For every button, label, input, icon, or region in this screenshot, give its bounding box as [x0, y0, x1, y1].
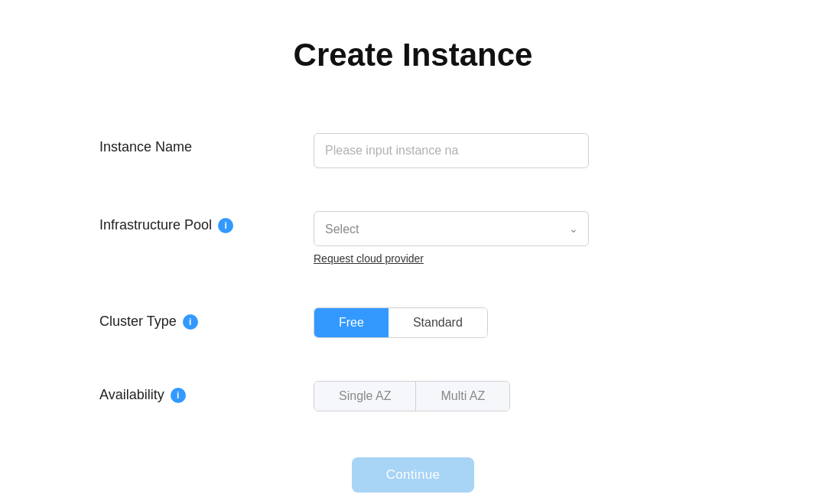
- continue-row: Continue: [99, 433, 727, 493]
- availability-single-az-button[interactable]: Single AZ: [314, 382, 415, 411]
- infrastructure-pool-label: Infrastructure Pool: [99, 217, 212, 233]
- infrastructure-pool-label-col: Infrastructure Pool i: [99, 211, 314, 233]
- create-instance-form: Instance Name Infrastructure Pool i Sele…: [99, 112, 727, 493]
- availability-label-col: Availability i: [99, 381, 314, 403]
- cluster-type-standard-button[interactable]: Standard: [389, 308, 487, 337]
- instance-name-row: Instance Name: [99, 112, 727, 190]
- availability-control-col: Single AZ Multi AZ: [314, 381, 727, 411]
- continue-button[interactable]: Continue: [352, 457, 474, 493]
- infrastructure-pool-select-wrapper: Select ⌄: [314, 211, 589, 246]
- availability-label: Availability: [99, 387, 164, 403]
- infrastructure-pool-info-icon[interactable]: i: [218, 218, 233, 233]
- cluster-type-toggle-group: Free Standard: [314, 307, 488, 338]
- availability-multi-az-button[interactable]: Multi AZ: [415, 382, 509, 411]
- availability-row: Availability i Single AZ Multi AZ: [99, 359, 727, 433]
- instance-name-input[interactable]: [314, 133, 589, 168]
- cluster-type-info-icon[interactable]: i: [183, 314, 198, 330]
- cluster-type-label: Cluster Type: [99, 314, 177, 330]
- page-container: Create Instance Instance Name Infrastruc…: [69, 0, 757, 504]
- instance-name-control-col: [314, 133, 727, 168]
- availability-toggle-group: Single AZ Multi AZ: [314, 381, 510, 411]
- cluster-type-row: Cluster Type i Free Standard: [99, 286, 727, 359]
- cluster-type-free-button[interactable]: Free: [314, 308, 389, 337]
- instance-name-label: Instance Name: [99, 139, 192, 155]
- availability-info-icon[interactable]: i: [171, 388, 186, 403]
- infrastructure-pool-control-col: Select ⌄ Request cloud provider: [314, 211, 727, 265]
- instance-name-label-col: Instance Name: [99, 133, 314, 155]
- infrastructure-pool-select[interactable]: Select: [314, 211, 589, 246]
- request-cloud-provider-link[interactable]: Request cloud provider: [314, 252, 727, 265]
- page-title: Create Instance: [99, 37, 727, 73]
- infrastructure-pool-row: Infrastructure Pool i Select ⌄ Request c…: [99, 190, 727, 286]
- cluster-type-label-col: Cluster Type i: [99, 307, 314, 330]
- cluster-type-control-col: Free Standard: [314, 307, 727, 338]
